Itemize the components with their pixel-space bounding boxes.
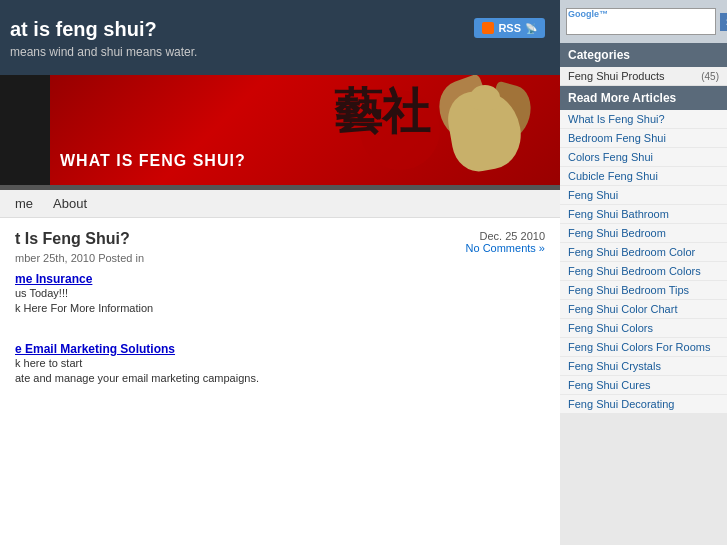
sidebar: Google™ Sear Categories Feng Shui Produc… bbox=[560, 0, 727, 545]
ad-block-2: e Email Marketing Solutions k here to st… bbox=[15, 342, 545, 387]
sidebar-article-item-13[interactable]: Feng Shui Crystals bbox=[560, 357, 727, 376]
sidebar-article-item-15[interactable]: Feng Shui Decorating bbox=[560, 395, 727, 414]
rss-icon bbox=[482, 22, 494, 34]
search-input[interactable] bbox=[566, 8, 716, 35]
main-content: at is feng shui? means wind and shui mea… bbox=[0, 0, 560, 545]
sidebar-article-item-6[interactable]: Feng Shui Bedroom bbox=[560, 224, 727, 243]
sidebar-category-products-label: Feng Shui Products bbox=[568, 70, 665, 82]
sidebar-articles-header: Read More Articles bbox=[560, 86, 727, 110]
site-tagline: means wind and shui means water. bbox=[10, 45, 197, 59]
sidebar-article-item-4[interactable]: Feng Shui bbox=[560, 186, 727, 205]
post-date-col: Dec. 25 2010 No Comments » bbox=[466, 230, 545, 254]
search-input-wrapper: Google™ bbox=[566, 8, 716, 35]
banner-dark-block bbox=[0, 75, 50, 185]
site-banner: 藝社 WHAT IS FENG SHUI? bbox=[0, 75, 560, 185]
sidebar-articles-section: Read More Articles What Is Feng Shui?Bed… bbox=[560, 86, 727, 414]
dragon-head bbox=[470, 85, 500, 110]
ad-1-title[interactable]: me Insurance bbox=[15, 272, 545, 286]
sidebar-categories-header: Categories bbox=[560, 43, 727, 67]
site-nav: me About bbox=[0, 190, 560, 218]
sidebar-article-item-2[interactable]: Colors Feng Shui bbox=[560, 148, 727, 167]
sidebar-article-item-5[interactable]: Feng Shui Bathroom bbox=[560, 205, 727, 224]
sidebar-article-item-11[interactable]: Feng Shui Colors bbox=[560, 319, 727, 338]
sidebar-article-item-9[interactable]: Feng Shui Bedroom Tips bbox=[560, 281, 727, 300]
dragon-shape bbox=[440, 80, 530, 175]
sidebar-article-item-14[interactable]: Feng Shui Cures bbox=[560, 376, 727, 395]
post-body: me Insurance us Today!!! k Here For More… bbox=[15, 272, 545, 387]
post-comments-link[interactable]: No Comments » bbox=[466, 242, 545, 254]
nav-home[interactable]: me bbox=[15, 196, 33, 211]
sidebar-categories-section: Categories Feng Shui Products (45) bbox=[560, 43, 727, 86]
ad-2-line-1: k here to start bbox=[15, 356, 545, 371]
site-header: at is feng shui? means wind and shui mea… bbox=[0, 0, 560, 75]
ad-1-line-2: k Here For More Information bbox=[15, 301, 545, 316]
ad-2-line-2: ate and manage your email marketing camp… bbox=[15, 371, 545, 386]
site-header-text: at is feng shui? means wind and shui mea… bbox=[0, 10, 197, 59]
rss-label: RSS bbox=[498, 22, 521, 34]
sidebar-search: Google™ Sear bbox=[560, 0, 727, 43]
search-button[interactable]: Sear bbox=[720, 13, 727, 31]
main-area: Dec. 25 2010 No Comments » t Is Feng Shu… bbox=[0, 218, 560, 545]
sidebar-article-item-0[interactable]: What Is Feng Shui? bbox=[560, 110, 727, 129]
ad-1-line-1: us Today!!! bbox=[15, 286, 545, 301]
rss-button[interactable]: RSS 📡 bbox=[474, 18, 545, 38]
post-date: Dec. 25 2010 bbox=[480, 230, 545, 242]
sidebar-article-item-12[interactable]: Feng Shui Colors For Rooms bbox=[560, 338, 727, 357]
banner-kanji: 藝社 bbox=[334, 80, 430, 144]
rss-wave-icon: 📡 bbox=[525, 23, 537, 34]
sidebar-category-products-badge: (45) bbox=[701, 71, 719, 82]
sidebar-article-item-8[interactable]: Feng Shui Bedroom Colors bbox=[560, 262, 727, 281]
sidebar-article-item-10[interactable]: Feng Shui Color Chart bbox=[560, 300, 727, 319]
sidebar-category-products[interactable]: Feng Shui Products (45) bbox=[560, 67, 727, 86]
sidebar-article-item-1[interactable]: Bedroom Feng Shui bbox=[560, 129, 727, 148]
sidebar-article-item-3[interactable]: Cubicle Feng Shui bbox=[560, 167, 727, 186]
nav-about[interactable]: About bbox=[53, 196, 87, 211]
sidebar-article-item-7[interactable]: Feng Shui Bedroom Color bbox=[560, 243, 727, 262]
banner-title: WHAT IS FENG SHUI? bbox=[60, 152, 246, 170]
site-title: at is feng shui? bbox=[10, 18, 197, 41]
ad-2-title[interactable]: e Email Marketing Solutions bbox=[15, 342, 545, 356]
ad-block-1: me Insurance us Today!!! k Here For More… bbox=[15, 272, 545, 317]
dragon-image bbox=[440, 80, 540, 180]
